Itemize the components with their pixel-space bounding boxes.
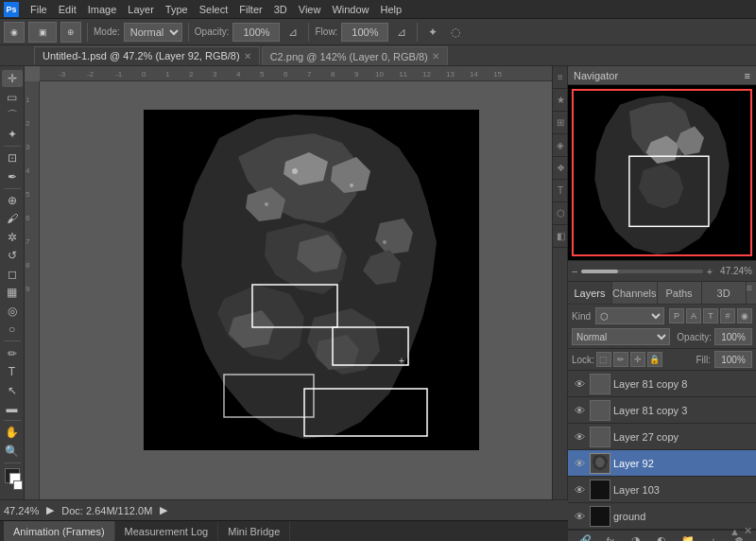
tool-history[interactable]: ↺: [2, 247, 23, 264]
layer-style-btn[interactable]: fx: [602, 532, 619, 542]
side-icon-6[interactable]: T: [553, 180, 568, 202]
kind-filter-2[interactable]: A: [686, 308, 701, 323]
layer-item-2[interactable]: 👁 Layer 27 copy: [568, 424, 756, 450]
layer-visibility-2[interactable]: 👁: [572, 429, 587, 445]
layer-item-0[interactable]: 👁 Layer 81 copy 8: [568, 371, 756, 397]
close-tab-untitled[interactable]: ✕: [244, 51, 251, 61]
tool-crop[interactable]: ⊡: [2, 149, 23, 166]
airbrush-btn[interactable]: ⊕: [60, 22, 81, 43]
tool-move[interactable]: ✛: [2, 70, 23, 87]
bottom-close-icon[interactable]: ✕: [744, 525, 752, 537]
tool-gradient[interactable]: ▦: [2, 284, 23, 301]
bottom-expand-icon[interactable]: ▲: [730, 526, 740, 537]
menu-image[interactable]: Image: [82, 2, 123, 17]
menu-select[interactable]: Select: [194, 2, 234, 17]
kind-filter-5[interactable]: ◉: [737, 308, 752, 323]
menu-edit[interactable]: Edit: [53, 2, 82, 17]
tab-untitled[interactable]: Untitled-1.psd @ 47.2% (Layer 92, RGB/8)…: [34, 46, 260, 65]
canvas-area[interactable]: -3 -2 -1 0 1 2 3 4 5 6 7 8 9 10 11 12 13…: [25, 66, 552, 499]
opacity-icon[interactable]: ⊿: [284, 23, 302, 42]
fill-input[interactable]: [714, 351, 752, 368]
layers-tab-channels[interactable]: Channels: [612, 282, 657, 304]
brush-preset-btn[interactable]: ◉: [4, 22, 25, 43]
kind-filter-4[interactable]: #: [720, 308, 735, 323]
side-icon-4[interactable]: ◈: [553, 134, 568, 157]
layer-mask-btn[interactable]: ◑: [627, 532, 644, 542]
document-canvas[interactable]: [144, 110, 479, 450]
bottom-tab-minibridge[interactable]: Mini Bridge: [218, 521, 290, 542]
menu-view[interactable]: View: [293, 2, 327, 17]
opacity-input[interactable]: [714, 328, 752, 345]
kind-filter-1[interactable]: P: [669, 308, 684, 323]
menu-file[interactable]: File: [25, 2, 53, 17]
zoom-out-icon[interactable]: −: [572, 266, 577, 277]
group-layers-btn[interactable]: 📁: [679, 532, 696, 542]
kind-dropdown[interactable]: ⬡: [595, 307, 664, 324]
lock-position[interactable]: ✛: [630, 352, 645, 367]
airbrush-toggle[interactable]: ✦: [423, 23, 442, 42]
layers-tab-paths[interactable]: Paths: [658, 282, 702, 304]
menu-filter[interactable]: Filter: [233, 2, 267, 17]
flow-icon[interactable]: ⊿: [392, 23, 411, 42]
tool-magic-wand[interactable]: ✦: [2, 125, 23, 142]
lock-all[interactable]: 🔒: [647, 352, 662, 367]
zoom-slider[interactable]: [581, 270, 702, 273]
canvas-document[interactable]: +: [40, 81, 552, 499]
tool-lasso[interactable]: ⌒: [2, 107, 23, 124]
tool-eyedropper[interactable]: ✒: [2, 167, 23, 184]
bottom-tab-animation[interactable]: Animation (Frames): [4, 521, 115, 542]
flow-value[interactable]: 100%: [341, 23, 388, 42]
tool-dodge[interactable]: ○: [2, 321, 23, 338]
tablet-btn[interactable]: ◌: [446, 23, 465, 42]
tool-shape[interactable]: ▬: [2, 400, 23, 417]
link-layers-btn[interactable]: 🔗: [576, 532, 593, 542]
side-icon-2[interactable]: ★: [553, 89, 568, 112]
layer-visibility-1[interactable]: 👁: [572, 403, 587, 418]
adjustment-layer-btn[interactable]: ◐: [653, 532, 670, 542]
tool-marquee[interactable]: ▭: [2, 88, 23, 105]
menu-type[interactable]: Type: [160, 2, 194, 17]
menu-3d[interactable]: 3D: [268, 2, 293, 17]
toggle-btn[interactable]: ▣: [28, 22, 57, 43]
opacity-value[interactable]: 100%: [232, 23, 280, 42]
side-icon-8[interactable]: ◧: [553, 225, 568, 248]
tool-blur[interactable]: ◎: [2, 303, 23, 320]
lock-transparent[interactable]: ⬚: [596, 352, 611, 367]
menu-window[interactable]: Window: [326, 2, 374, 17]
bottom-tab-measurement[interactable]: Measurement Log: [115, 521, 219, 542]
side-icon-1[interactable]: ≡: [553, 66, 568, 89]
zoom-in-icon[interactable]: +: [707, 266, 713, 277]
tool-clone[interactable]: ✲: [2, 229, 23, 246]
tool-eraser[interactable]: ◻: [2, 266, 23, 283]
menu-help[interactable]: Help: [375, 2, 408, 17]
tool-healing[interactable]: ⊕: [2, 192, 23, 209]
side-icon-3[interactable]: ⊞: [553, 112, 568, 134]
blend-mode-dropdown[interactable]: Normal: [572, 328, 670, 345]
layer-visibility-0[interactable]: 👁: [572, 376, 587, 392]
close-tab-c2[interactable]: ✕: [432, 51, 439, 61]
layer-item-5[interactable]: 👁 ground: [568, 503, 756, 530]
layer-visibility-4[interactable]: 👁: [572, 482, 587, 497]
lock-image[interactable]: ✏: [613, 352, 628, 367]
layer-visibility-5[interactable]: 👁: [572, 509, 587, 524]
layer-item-1[interactable]: 👁 Layer 81 copy 3: [568, 397, 756, 424]
navigator-menu[interactable]: ≡: [745, 70, 750, 81]
side-icon-7[interactable]: ⬡: [553, 202, 568, 225]
tool-zoom[interactable]: 🔍: [2, 443, 23, 460]
arrow-icon-2[interactable]: ▶: [160, 504, 167, 516]
menu-layer[interactable]: Layer: [122, 2, 160, 17]
arrow-icon[interactable]: ▶: [46, 504, 54, 516]
tool-hand[interactable]: ✋: [2, 424, 23, 441]
tab-c2[interactable]: C2.png @ 142% (Layer 0, RGB/8) ✕: [262, 46, 448, 65]
tool-path-selection[interactable]: ↖: [2, 381, 23, 398]
new-layer-btn[interactable]: +: [705, 532, 722, 542]
layers-tab-3d[interactable]: 3D: [702, 282, 747, 304]
layer-item-3[interactable]: 👁 Layer 92: [568, 450, 756, 477]
layers-menu-btn[interactable]: ≡: [747, 282, 756, 304]
kind-filter-3[interactable]: T: [703, 308, 718, 323]
tool-pen[interactable]: ✏: [2, 344, 23, 361]
side-icon-5[interactable]: ❖: [553, 157, 568, 180]
layer-item-4[interactable]: 👁 Layer 103: [568, 477, 756, 503]
mode-dropdown[interactable]: Normal: [124, 23, 182, 42]
layer-visibility-3[interactable]: 👁: [572, 456, 587, 471]
